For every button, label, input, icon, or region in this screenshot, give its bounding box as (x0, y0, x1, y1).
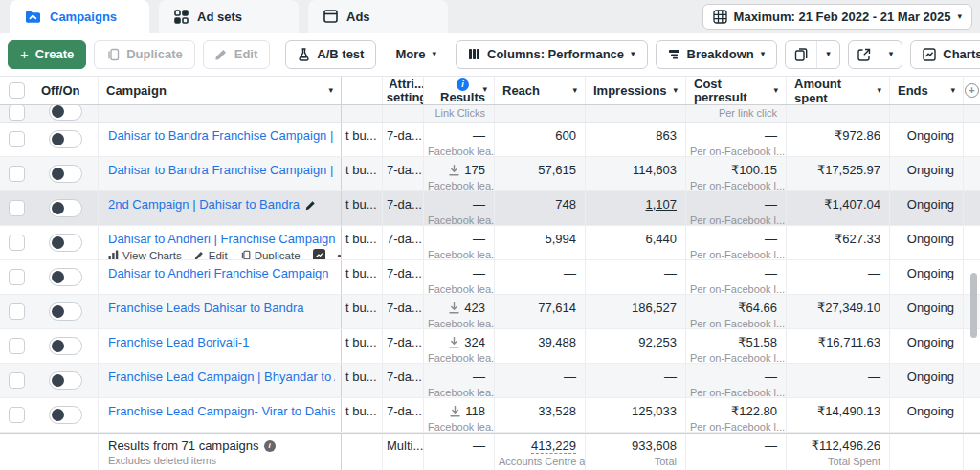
row-checkbox[interactable] (9, 235, 25, 251)
row-checkbox[interactable] (9, 269, 25, 285)
duplicate-button[interactable]: Duplicate (94, 40, 195, 69)
campaign-toggle[interactable] (49, 302, 82, 321)
results-sub-label: Facebook lea... (428, 387, 485, 397)
campaign-link[interactable]: Franchise Leads Dahisar to Bandra (108, 301, 304, 315)
columns-button[interactable]: Columns: Performance ▾ (456, 40, 648, 69)
row-checkbox[interactable] (9, 105, 25, 121)
table-header: Off/On Campaign▾ Attri...setting i Resul… (0, 77, 980, 105)
header-amount-spent[interactable]: Amount spent▾ (787, 77, 890, 104)
header-reach[interactable]: Reach▾ (495, 77, 586, 104)
download-results-icon[interactable] (449, 302, 459, 314)
row-actions: View Charts Edit Duplicate ••• (108, 249, 335, 259)
row-checkbox[interactable] (9, 338, 25, 354)
footer-cost: — (686, 434, 787, 470)
campaign-toggle[interactable] (49, 406, 82, 424)
campaign-link[interactable]: Dahisar to Andheri | Franchise Campaign … (108, 232, 335, 246)
date-range-button[interactable]: Maximum: 21 Feb 2022 - 21 Mar 2025 ▾ (702, 4, 972, 30)
reports-caret-button[interactable]: ▾ (816, 41, 839, 68)
results-value: 175 (464, 163, 485, 177)
info-icon[interactable]: i (457, 78, 469, 91)
row-duplicate-button[interactable]: Duplicate (240, 250, 301, 260)
campaign-toggle[interactable] (49, 234, 82, 252)
more-button[interactable]: More ▾ (384, 40, 448, 69)
header-cost-per-result[interactable]: Cost perresult▾ (686, 77, 787, 104)
impressions-cell: 863 (586, 123, 686, 156)
header-budget[interactable] (341, 77, 383, 104)
tab-ad-sets[interactable]: Ad sets (159, 0, 299, 33)
view-charts-button[interactable]: View Charts (108, 250, 182, 260)
impressions-cell: 1,107 (586, 191, 686, 225)
header-attribution[interactable]: Attri...setting (383, 77, 424, 104)
sort-caret-icon: ▾ (482, 85, 487, 94)
row-edit-button[interactable]: Edit (194, 250, 228, 260)
results-value: — (473, 232, 485, 246)
edit-button[interactable]: Edit (203, 40, 271, 69)
row-checkbox[interactable] (9, 372, 25, 389)
more-label: More (395, 47, 425, 61)
impressions-cell: 125,033 (586, 398, 686, 432)
campaign-link[interactable]: Franchise Lead Campaign | Bhyandar to An… (108, 369, 335, 384)
ends-value: Ongoing (907, 163, 954, 177)
campaign-link[interactable]: Dahisar to Andheri Franchise Campaign (108, 266, 329, 280)
export-button[interactable] (849, 41, 880, 68)
cost-value: ₹64.66 (738, 301, 777, 315)
row-checkbox[interactable] (9, 200, 25, 216)
footer-reach-total[interactable]: 413,229 (531, 438, 576, 454)
reach-value: — (564, 266, 576, 280)
select-all-checkbox[interactable] (9, 82, 25, 99)
campaign-toggle[interactable] (49, 268, 82, 286)
reach-value: 77,614 (538, 301, 576, 315)
results-value: 423 (464, 301, 485, 315)
campaign-toggle[interactable] (49, 337, 82, 355)
campaign-toggle[interactable] (49, 199, 82, 217)
reports-button[interactable] (786, 41, 816, 68)
campaign-link[interactable]: Franchise Lead Borivali-1 (108, 335, 249, 349)
vertical-scrollbar[interactable] (970, 273, 977, 338)
row-checkbox[interactable] (9, 131, 25, 147)
copy-icon (106, 48, 120, 61)
download-results-icon[interactable] (449, 165, 459, 176)
breakdown-button[interactable]: Breakdown ▾ (656, 40, 778, 69)
download-results-icon[interactable] (450, 406, 460, 417)
tab-ads-label: Ads (346, 10, 370, 24)
create-button[interactable]: + Create (8, 40, 86, 69)
row-checkbox[interactable] (9, 166, 25, 182)
campaign-link[interactable]: 2nd Campaign | Dahisar to Bandra (108, 197, 300, 212)
header-ends[interactable]: Ends▾ (890, 77, 964, 104)
charts-button[interactable]: Charts (910, 40, 980, 69)
header-results[interactable]: i Results ▾ (424, 77, 495, 104)
amount-value: ₹16,711.63 (818, 335, 880, 349)
info-icon[interactable]: i (264, 440, 276, 452)
table-row: Dahisar to Andheri | Franchise Campaign … (0, 226, 980, 260)
impressions-cell: 186,527 (586, 295, 686, 328)
cost-value: — (765, 128, 777, 143)
campaign-link[interactable]: Dahisar to Bandra Franchise Campaign | s… (108, 128, 335, 143)
row-checkbox[interactable] (9, 407, 25, 423)
ab-test-button[interactable]: A/B test (285, 40, 376, 69)
header-impressions[interactable]: Impressions▾ (586, 77, 686, 104)
sort-caret-icon: ▾ (673, 86, 678, 95)
edit-pencil-icon[interactable] (305, 199, 317, 211)
campaign-link[interactable]: Dahisar to Bandra Franchise Campaign | N… (108, 163, 335, 177)
campaign-toggle[interactable] (49, 130, 82, 148)
tab-campaigns[interactable]: Campaigns (10, 0, 149, 33)
cost-value: — (765, 232, 777, 246)
ends-cell: Ongoing (890, 157, 964, 190)
row-insights-button[interactable] (313, 249, 325, 259)
table-row: Franchise Lead Campaign | Bhyandar to An… (0, 364, 980, 398)
add-column-icon[interactable]: + (965, 83, 979, 98)
export-caret-button[interactable]: ▾ (880, 41, 902, 68)
campaign-toggle[interactable] (49, 165, 82, 183)
tab-ads[interactable]: Ads (308, 0, 448, 33)
download-results-icon[interactable] (449, 337, 459, 348)
amount-cell: ₹17,525.97 (787, 157, 890, 190)
row-checkbox[interactable] (9, 303, 25, 320)
campaign-toggle[interactable] (49, 105, 82, 121)
cost-value: — (765, 197, 777, 212)
campaign-link[interactable]: Franchise Lead Campaign- Virar to Dahisa… (108, 404, 335, 418)
reach-cell: 57,615 (495, 157, 586, 190)
header-campaign[interactable]: Campaign▾ (99, 77, 342, 104)
campaign-toggle[interactable] (49, 371, 82, 390)
pages-stack-icon (794, 48, 808, 61)
footer-impressions-total: 933,608 (632, 438, 677, 453)
